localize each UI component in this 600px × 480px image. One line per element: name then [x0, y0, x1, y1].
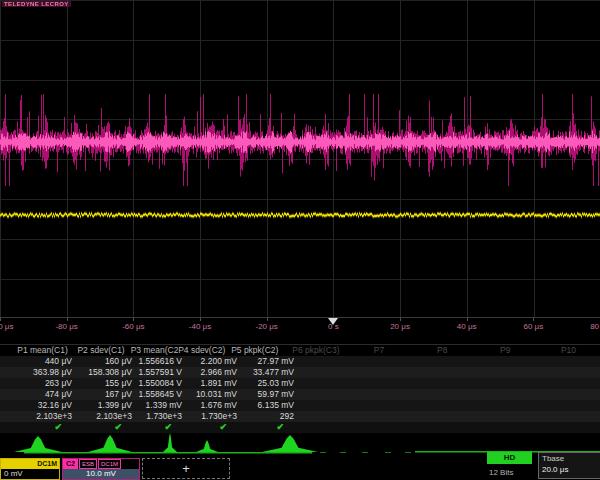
axis-tick: [467, 318, 468, 321]
measurement-value: 2.200 mV: [188, 356, 243, 367]
parameter-header-row: P1 mean(C1)P2 sdev(C1)P3 mean(C2)P4 sdev…: [0, 344, 600, 356]
measurement-value: 59.97 mV: [243, 389, 300, 400]
brand-watermark: TELEDYNE LECROY: [2, 1, 71, 7]
waveform-canvas: [0, 0, 600, 317]
time-axis-label: -100 μs: [0, 322, 13, 331]
histicon-baseline: [362, 452, 368, 453]
axis-tick: [133, 318, 134, 321]
c1-coupling-chip: DC1M: [1, 459, 59, 469]
measurement-table: P1 mean(C1)P2 sdev(C1)P3 mean(C2)P4 sdev…: [0, 344, 600, 433]
hd-mode-badge[interactable]: HD: [487, 452, 532, 464]
oscilloscope-screen: TELEDYNE LECROY -100 μs-80 μs-60 μs-40 μ…: [0, 0, 600, 480]
timebase-descriptor[interactable]: Tbase 20.0 μs: [538, 452, 600, 479]
measurement-value: 440 μV: [0, 356, 78, 367]
histicon-baseline: [340, 452, 346, 453]
measurement-value: 32.16 μV: [0, 400, 78, 411]
param-header-p5[interactable]: P5 pkpk(C2): [230, 345, 284, 356]
time-axis-label: 80 μs: [590, 322, 600, 331]
histicon-p5: [262, 435, 318, 452]
trigger-position-marker[interactable]: [328, 318, 338, 325]
axis-tick: [267, 318, 268, 321]
measurement-value: 1.399 μV: [78, 400, 138, 411]
measurement-value: 1.557591 V: [138, 367, 188, 378]
measurement-value: 158.308 μV: [78, 367, 138, 378]
time-axis: -100 μs-80 μs-60 μs-40 μs-20 μs0 s20 μs4…: [0, 318, 600, 333]
stat-row: 363.98 μV158.308 μV1.557591 V2.966 mV33.…: [0, 367, 600, 378]
param-header-p10-unused[interactable]: P10: [537, 345, 600, 356]
param-header-p2[interactable]: P2 sdev(C1): [74, 345, 131, 356]
measurement-value: 474 μV: [0, 389, 78, 400]
measurement-value: 2.966 mV: [188, 367, 243, 378]
measurement-value: 2.103e+3: [78, 411, 138, 422]
measurement-value: 1.339 mV: [138, 400, 188, 411]
param-header-p6-unused[interactable]: P6 pkpk(C3): [284, 345, 347, 356]
measurement-value: 1.891 mV: [188, 378, 243, 389]
param-header-p4[interactable]: P4 sdev(C2): [178, 345, 230, 356]
footer-right: HD 12 Bits Tbase 20.0 μs: [478, 452, 600, 480]
c2-scale-value: 10.0 mV: [63, 469, 139, 479]
measurement-value: 10.031 mV: [188, 389, 243, 400]
histicon-baseline: [24, 452, 312, 454]
stat-row: 474 μV167 μV1.558645 V10.031 mV59.97 mV: [0, 389, 600, 400]
stat-row: 440 μV160 μV1.556616 V2.200 mV27.97 mV: [0, 356, 600, 367]
measurement-value: 25.03 mV: [243, 378, 300, 389]
timebase-value: 20.0 μs: [539, 463, 600, 474]
axis-tick: [533, 318, 534, 321]
measurement-value: 1.676 mV: [188, 400, 243, 411]
measurement-value: 1.558645 V: [138, 389, 188, 400]
axis-tick: [200, 318, 201, 321]
time-axis-label: -60 μs: [122, 322, 144, 331]
measurement-value: 1.556616 V: [138, 356, 188, 367]
measurement-value: 155 μV: [78, 378, 138, 389]
c2-channel-chip: C2: [63, 459, 78, 469]
stat-row: 2.103e+32.103e+31.730e+31.730e+3292: [0, 411, 600, 422]
c2-esb-flag: ESB: [79, 459, 97, 469]
row-filler: [300, 389, 600, 400]
measurement-value: 1.550084 V: [138, 378, 188, 389]
histicon-baseline: [320, 452, 326, 453]
time-axis-label: -80 μs: [55, 322, 77, 331]
histicon-p2: [88, 435, 132, 452]
param-header-p7-unused[interactable]: P7: [348, 345, 411, 356]
histicon-baseline: [385, 452, 391, 453]
measurement-value: 363.98 μV: [0, 367, 78, 378]
axis-tick: [67, 318, 68, 321]
histicon-p1: [14, 436, 62, 452]
add-trace-button[interactable]: +: [142, 458, 230, 479]
row-filler: [300, 400, 600, 411]
param-header-p3[interactable]: P3 mean(C2): [131, 345, 178, 356]
time-axis-label: -40 μs: [189, 322, 211, 331]
measurement-value: 1.730e+3: [138, 411, 188, 422]
measurement-value: 160 μV: [78, 356, 138, 367]
measurement-value: 263 μV: [0, 378, 78, 389]
time-axis-label: 60 μs: [523, 322, 543, 331]
row-filler: [300, 356, 600, 367]
measurement-value: 1.730e+3: [188, 411, 243, 422]
time-axis-label: 20 μs: [390, 322, 410, 331]
bit-depth-label: 12 Bits: [489, 468, 513, 477]
param-header-p9-unused[interactable]: P9: [474, 345, 537, 356]
axis-tick: [400, 318, 401, 321]
c1-scale-value: 0 mV: [1, 469, 59, 479]
channel-c1-descriptor[interactable]: DC1M 0 mV: [0, 458, 60, 480]
waveform-grid[interactable]: TELEDYNE LECROY: [0, 0, 600, 318]
stat-row: 32.16 μV1.399 μV1.339 mV1.676 mV6.135 mV: [0, 400, 600, 411]
measurement-value: 33.477 mV: [243, 367, 300, 378]
param-header-p8-unused[interactable]: P8: [411, 345, 474, 356]
histicon-p3: [163, 433, 177, 452]
row-filler: [300, 411, 600, 422]
measurement-value: 167 μV: [78, 389, 138, 400]
channel-c2-descriptor[interactable]: C2 ESB DC1M 10.0 mV: [62, 458, 140, 480]
time-axis-label: -20 μs: [255, 322, 277, 331]
stat-row: 263 μV155 μV1.550084 V1.891 mV25.03 mV: [0, 378, 600, 389]
measurement-value: 6.135 mV: [243, 400, 300, 411]
measurement-value: 2.103e+3: [0, 411, 78, 422]
param-header-p1[interactable]: P1 mean(C1): [0, 345, 74, 356]
measurement-value: 292: [243, 411, 300, 422]
axis-tick: [0, 318, 1, 321]
row-filler: [300, 378, 600, 389]
timebase-title: Tbase: [539, 453, 600, 463]
c2-coupling-chip: DC1M: [98, 459, 121, 469]
time-axis-label: 40 μs: [457, 322, 477, 331]
measurement-value: 27.97 mV: [243, 356, 300, 367]
